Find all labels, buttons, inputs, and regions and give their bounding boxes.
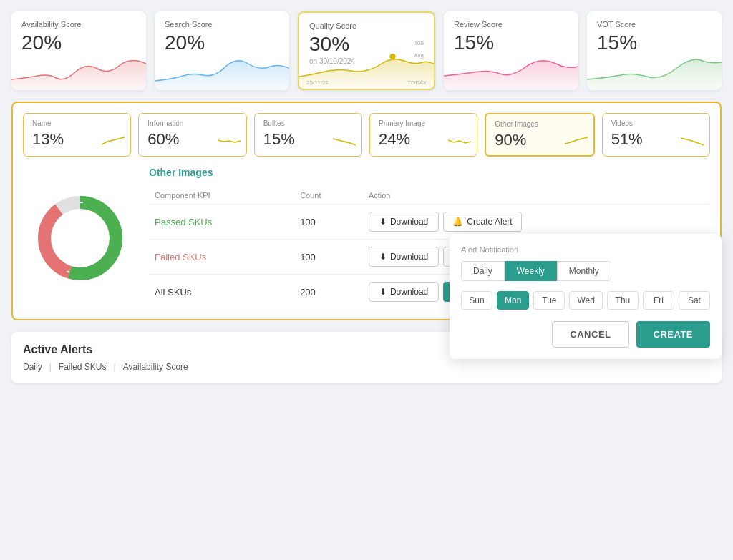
quality-date-from: 25/11/21 xyxy=(306,79,329,86)
quality-score-title: Quality Score xyxy=(309,21,424,30)
download-icon: ⬇ xyxy=(379,287,387,297)
download-icon: ⬇ xyxy=(379,217,387,227)
all-skus-count: 200 xyxy=(294,275,363,310)
comp-bulltes-title: Bulltes xyxy=(263,119,353,127)
comp-primery-trend-icon xyxy=(448,136,471,150)
create-button[interactable]: CREATE xyxy=(636,321,710,348)
comp-videos-trend-icon xyxy=(681,136,704,150)
passed-skus-create-alert-button[interactable]: 🔔 Create Alert xyxy=(443,212,521,232)
col-header-count: Count xyxy=(294,187,363,205)
comp-information-title: Information xyxy=(147,119,237,127)
comp-information-trend-icon xyxy=(218,136,241,150)
bell-icon: 🔔 xyxy=(452,217,463,227)
passed-skus-label: Passed SKUs xyxy=(155,217,212,227)
quality-date-to: TODAY xyxy=(407,79,427,86)
alerts-tags: Daily | Failed SKUs | Availability Score xyxy=(23,362,710,372)
availability-score-title: Availability Score xyxy=(21,20,136,29)
passed-skus-download-button[interactable]: ⬇ Download xyxy=(369,212,439,232)
day-mon-button[interactable]: Mon xyxy=(497,291,529,310)
comp-other-trend-icon xyxy=(565,135,588,149)
popup-title: Alert Notification xyxy=(461,245,710,254)
all-skus-label: All SKUs xyxy=(155,287,191,298)
download-icon: ⬇ xyxy=(379,252,387,262)
quality-score-card: Quality Score 30% on 30/10/2024 100 Avg … xyxy=(298,11,435,90)
passed-skus-actions: ⬇ Download 🔔 Create Alert xyxy=(369,212,704,232)
component-cards: Name 13% Information 60% Bulltes 15% xyxy=(23,113,710,157)
day-sat-button[interactable]: Sat xyxy=(679,291,710,310)
comp-videos-title: Videos xyxy=(611,119,701,127)
comp-other-title: Other Images xyxy=(495,120,584,128)
comp-card-bulltes: Bulltes 15% xyxy=(254,113,362,157)
comp-card-videos: Videos 51% xyxy=(602,113,710,157)
comp-card-primery-image: Primery Image 24% xyxy=(369,113,477,157)
donut-chart-area xyxy=(23,167,137,309)
comp-card-other-images: Other Images 90% xyxy=(485,113,594,157)
vot-score-title: VOT Score xyxy=(597,20,712,29)
comp-card-information: Information 60% xyxy=(138,113,246,157)
day-sun-button[interactable]: Sun xyxy=(461,291,492,310)
freq-daily-button[interactable]: Daily xyxy=(461,261,505,281)
day-selector: Sun Mon Tue Wed Thu Fri Sat xyxy=(461,291,710,310)
search-score-card: Search Score 20% xyxy=(155,11,289,90)
review-score-title: Review Score xyxy=(454,20,568,29)
donut-chart xyxy=(34,192,127,285)
col-header-kpi: Component KPI xyxy=(149,187,294,205)
availability-score-card: Availability Score 20% xyxy=(11,11,146,90)
frequency-buttons: Daily Weekly Monthly xyxy=(461,261,710,281)
vot-score-card: VOT Score 15% xyxy=(587,11,722,90)
comp-card-name: Name 13% xyxy=(23,113,131,157)
day-thu-button[interactable]: Thu xyxy=(607,291,639,310)
search-score-title: Search Score xyxy=(165,20,279,29)
failed-skus-download-button[interactable]: ⬇ Download xyxy=(369,247,439,267)
alert-tag-daily: Daily xyxy=(23,362,42,372)
freq-weekly-button[interactable]: Weekly xyxy=(505,261,557,281)
day-fri-button[interactable]: Fri xyxy=(643,291,674,310)
cancel-button[interactable]: CANCEL xyxy=(552,321,628,348)
comp-bulltes-trend-icon xyxy=(333,136,356,150)
all-skus-download-button[interactable]: ⬇ Download xyxy=(369,282,439,302)
failed-skus-count: 100 xyxy=(294,240,363,275)
separator-2: | xyxy=(114,362,116,372)
day-wed-button[interactable]: Wed xyxy=(569,291,602,310)
alert-tag-availability: Availability Score xyxy=(123,362,188,372)
freq-monthly-button[interactable]: Monthly xyxy=(557,261,611,281)
popup-actions: CANCEL CREATE xyxy=(461,321,710,348)
comp-name-title: Name xyxy=(32,119,122,127)
svg-point-0 xyxy=(389,54,395,59)
alert-tag-failed-skus: Failed SKUs xyxy=(59,362,107,372)
score-cards-row: Availability Score 20% Search Score 20% … xyxy=(11,11,722,90)
alert-notification-popup: Alert Notification Daily Weekly Monthly … xyxy=(450,234,722,359)
passed-skus-count: 100 xyxy=(294,205,363,240)
failed-skus-label: Failed SKUs xyxy=(155,252,206,262)
separator-1: | xyxy=(49,362,52,372)
col-header-action: Action xyxy=(363,187,710,205)
comp-primery-title: Primery Image xyxy=(379,119,468,127)
table-section-title: Other Images xyxy=(149,167,710,178)
review-score-card: Review Score 15% xyxy=(444,11,578,90)
comp-name-trend-icon xyxy=(102,136,125,150)
day-tue-button[interactable]: Tue xyxy=(533,291,565,310)
